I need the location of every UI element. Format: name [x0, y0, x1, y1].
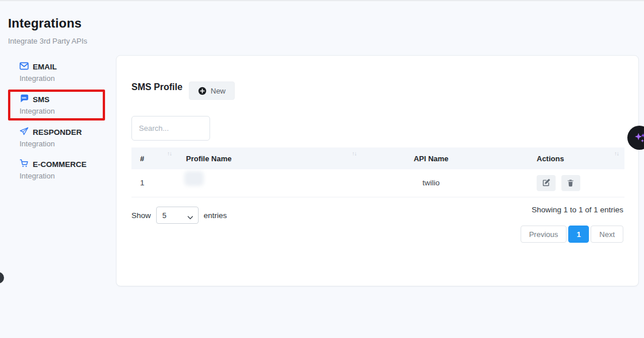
paper-plane-icon [20, 127, 29, 137]
sort-icon[interactable]: ↑↓ [167, 150, 172, 157]
show-label: Show [131, 211, 151, 220]
integrations-page: Integrations Integrate 3rd Party APIs EM… [0, 0, 644, 338]
entries-label: entries [204, 211, 227, 220]
new-button[interactable]: New [189, 81, 235, 100]
sidebar-item-sublabel: Integration [20, 74, 111, 83]
pagination: Previous 1 Next [521, 226, 623, 243]
current-page-button[interactable]: 1 [568, 226, 589, 243]
new-button-label: New [211, 87, 226, 95]
sidebar-item-sublabel: Integration [20, 107, 111, 115]
page-title: Integrations [8, 16, 82, 31]
sms-profile-panel: SMS Profile New # ↑↓ [116, 55, 639, 286]
page-size-select[interactable]: 5 [156, 207, 199, 224]
page-subtitle: Integrate 3rd Party APIs [8, 37, 87, 45]
column-header-actions[interactable]: Actions ↑↓ [500, 147, 624, 169]
next-page-button[interactable]: Next [591, 226, 623, 243]
sort-icon[interactable]: ↑↓ [352, 150, 356, 157]
shopping-cart-icon [20, 159, 29, 169]
cell-api-name: twilio [362, 169, 500, 197]
trash-icon [567, 178, 575, 187]
table-row: 1 twilio [131, 169, 624, 197]
column-header-api-name: API Name [362, 147, 500, 169]
svg-text:SMS: SMS [22, 97, 27, 99]
showing-entries-text: Showing 1 to 1 of 1 entries [532, 205, 623, 214]
cell-index: 1 [131, 169, 177, 197]
column-header-index[interactable]: # ↑↓ [131, 147, 177, 169]
sidebar-item-label: RESPONDER [33, 128, 82, 137]
chat-bubble-icon: SMS [20, 94, 29, 104]
sidebar-item-email[interactable]: EMAIL Integration [20, 62, 111, 83]
sidebar-item-sms[interactable]: SMS SMS Integration [20, 94, 111, 115]
sidebar-item-label: E-COMMERCE [33, 160, 87, 169]
sidebar-item-label: SMS [33, 95, 49, 104]
edit-icon [542, 178, 550, 187]
delete-button[interactable] [561, 175, 580, 191]
sidebar-item-sublabel: Integration [20, 172, 111, 180]
sidebar-item-ecommerce[interactable]: E-COMMERCE Integration [20, 159, 111, 180]
edge-widget-handle[interactable] [0, 272, 4, 283]
cell-profile-name [177, 169, 362, 197]
column-header-profile-name[interactable]: Profile Name ↑↓ [177, 147, 362, 169]
search-input[interactable] [131, 116, 210, 141]
edit-button[interactable] [537, 175, 556, 191]
cell-actions [500, 169, 624, 197]
envelope-icon [20, 62, 29, 72]
table-header-row: # ↑↓ Profile Name ↑↓ API Name Actions [131, 147, 624, 169]
sort-icon[interactable]: ↑↓ [614, 150, 619, 157]
sidebar-item-label: EMAIL [33, 63, 57, 71]
sms-profile-table: # ↑↓ Profile Name ↑↓ API Name Actions [131, 147, 624, 197]
sidebar-item-sublabel: Integration [20, 139, 111, 148]
panel-heading: SMS Profile [131, 82, 183, 92]
page-size-control: Show 5 entries [131, 207, 227, 224]
previous-page-button[interactable]: Previous [521, 226, 567, 243]
sparkles-icon [633, 131, 644, 144]
plus-circle-icon [198, 87, 207, 95]
redacted-profile-name [184, 171, 204, 186]
sidebar-item-responder[interactable]: RESPONDER Integration [20, 127, 111, 148]
